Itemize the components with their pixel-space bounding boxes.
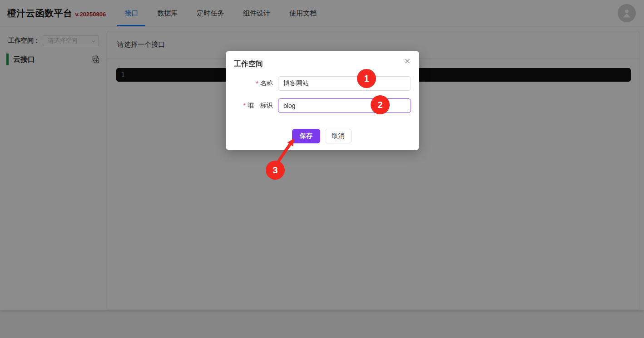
name-field-label: * 名称 [226, 76, 273, 91]
annotation-badge-3: 3 [266, 161, 285, 180]
name-input[interactable] [278, 76, 411, 91]
cancel-button[interactable]: 取消 [325, 129, 352, 143]
slug-field-label: * 唯一标识 [226, 98, 273, 113]
modal-title: 工作空间 [234, 59, 263, 69]
close-icon[interactable]: ✕ [402, 56, 413, 67]
workspace-modal: 工作空间 ✕ * 名称 * 唯一标识 保存 取消 [226, 51, 419, 150]
slug-input[interactable] [278, 98, 411, 113]
annotation-badge-2: 2 [371, 95, 390, 114]
required-asterisk: * [243, 102, 246, 109]
required-asterisk: * [256, 80, 258, 87]
annotation-badge-1: 1 [357, 69, 376, 88]
